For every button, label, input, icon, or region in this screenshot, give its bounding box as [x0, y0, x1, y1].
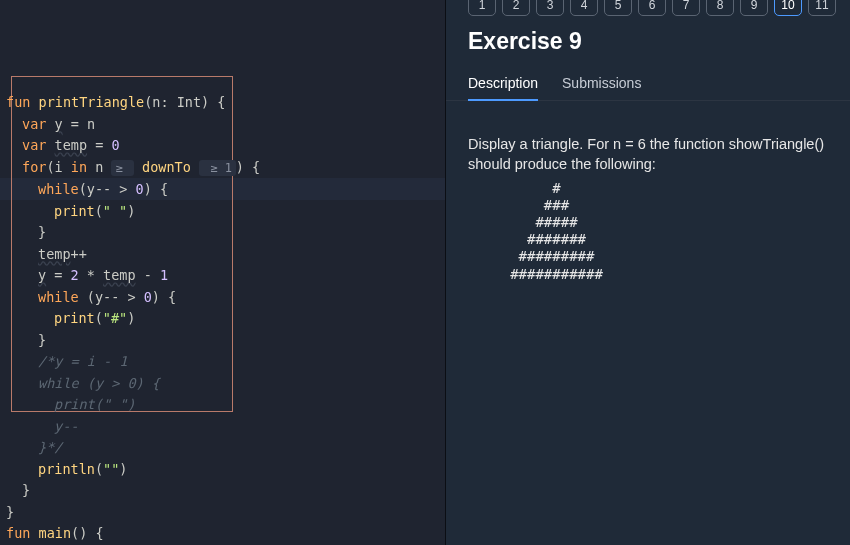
code-line[interactable]: y--: [0, 416, 435, 438]
exercise-nav: 1234567891011: [446, 0, 850, 16]
exercise-nav-11[interactable]: 11: [808, 0, 836, 16]
code-editor[interactable]: fun printTriangle(n: Int) {var y = nvar …: [0, 0, 445, 545]
exercise-nav-8[interactable]: 8: [706, 0, 734, 16]
code-line[interactable]: }: [0, 480, 435, 502]
code-line[interactable]: }: [0, 502, 435, 524]
exercise-nav-2[interactable]: 2: [502, 0, 530, 16]
exercise-nav-6[interactable]: 6: [638, 0, 666, 16]
exercise-nav-4[interactable]: 4: [570, 0, 598, 16]
code-line[interactable]: fun printTriangle(n: Int) {: [0, 92, 435, 114]
description-text: Display a triangle. For n = 6 the functi…: [468, 135, 828, 174]
exercise-panel: 1234567891011 Exercise 9 DescriptionSubm…: [445, 0, 850, 545]
code-line[interactable]: while(y-- > 0) {: [0, 179, 435, 201]
code-line[interactable]: temp++: [0, 244, 435, 266]
code-line[interactable]: var y = n: [0, 114, 435, 136]
tab-bar: DescriptionSubmissions: [446, 69, 850, 101]
code-line[interactable]: for(i in n ≥ downTo ≥ 1) {: [0, 157, 435, 180]
description-content: Display a triangle. For n = 6 the functi…: [446, 101, 850, 283]
code-line[interactable]: }: [0, 222, 435, 244]
exercise-nav-1[interactable]: 1: [468, 0, 496, 16]
exercise-nav-5[interactable]: 5: [604, 0, 632, 16]
code-line[interactable]: print(" "): [0, 394, 435, 416]
exercise-nav-9[interactable]: 9: [740, 0, 768, 16]
exercise-title: Exercise 9: [446, 26, 850, 69]
code-line[interactable]: print("#"): [0, 308, 435, 330]
code-line[interactable]: var temp = 0: [0, 135, 435, 157]
exercise-nav-10[interactable]: 10: [774, 0, 802, 16]
exercise-nav-3[interactable]: 3: [536, 0, 564, 16]
expected-output: # ### ##### ####### ######### ##########…: [468, 180, 828, 282]
code-line[interactable]: while (y > 0) {: [0, 373, 435, 395]
code-line[interactable]: println(""): [0, 459, 435, 481]
code-line[interactable]: }*/: [0, 437, 435, 459]
code-line[interactable]: /*y = i - 1: [0, 351, 435, 373]
code-line[interactable]: print(" "): [0, 201, 435, 223]
code-line[interactable]: y = 2 * temp - 1: [0, 265, 435, 287]
exercise-nav-7[interactable]: 7: [672, 0, 700, 16]
tab-description[interactable]: Description: [468, 69, 538, 101]
tab-submissions[interactable]: Submissions: [562, 69, 641, 101]
code-line[interactable]: while (y-- > 0) {: [0, 287, 435, 309]
code-line[interactable]: }: [0, 330, 435, 352]
code-line[interactable]: fun main() {: [0, 523, 435, 545]
